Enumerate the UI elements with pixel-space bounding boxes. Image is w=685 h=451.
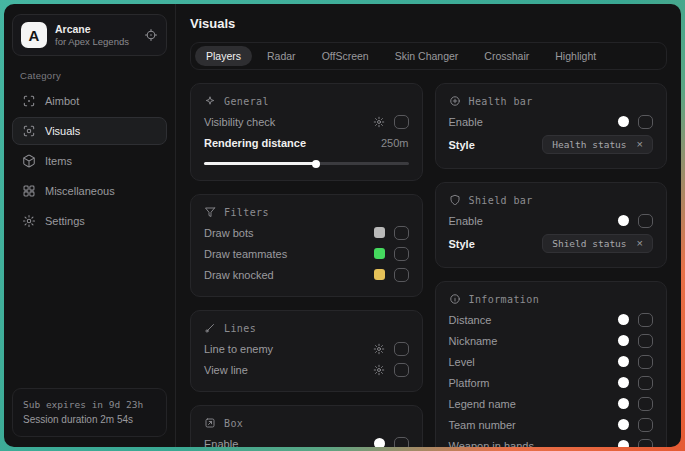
tab-radar[interactable]: Radar [256,46,307,66]
cube-icon [22,154,36,168]
info-platform-checkbox[interactable] [638,376,653,390]
rendering-distance-slider[interactable] [204,162,409,165]
card-box-header: Box [204,417,409,429]
card-shield-header: Shield bar [449,194,654,206]
sidebar: A Arcane for Apex Legends Category Aimbo… [4,4,176,447]
info-level-checkbox[interactable] [638,355,653,369]
slider-handle[interactable] [312,160,320,168]
row-label: Line to enemy [204,343,273,355]
info-legend-name-checkbox[interactable] [638,397,653,411]
cards-grid: General Visibility check Rendering di [190,83,667,447]
card-information: Information Distance Nickname [435,281,668,447]
box-enable-checkbox[interactable] [394,437,409,448]
sidebar-item-visuals[interactable]: Visuals [12,117,167,145]
tab-highlight[interactable]: Highlight [544,46,607,66]
color-swatch[interactable] [374,227,385,238]
draw-teammates-checkbox[interactable] [394,247,409,261]
color-swatch[interactable] [374,438,385,447]
row-label: Draw bots [204,227,254,239]
brand-text: Arcane for Apex Legends [55,23,136,48]
info-legend-name-row: Legend name [449,393,654,414]
draw-knocked-checkbox[interactable] [394,268,409,282]
card-title: Box [224,418,243,429]
color-swatch[interactable] [618,419,629,430]
color-swatch[interactable] [618,377,629,388]
color-swatch[interactable] [374,248,385,259]
card-title: Lines [224,323,256,334]
row-label: Enable [204,438,238,448]
sidebar-item-miscellaneous[interactable]: Miscellaneous [12,177,167,205]
health-plus-icon [449,95,461,107]
row-label: Team number [449,419,516,431]
info-weapon-row: Weapon in hands [449,435,654,447]
close-icon[interactable]: × [637,139,643,150]
page-title: Visuals [190,16,667,31]
color-swatch[interactable] [618,440,629,447]
draw-teammates-row: Draw teammates [204,243,409,264]
line-enemy-settings-gear-icon[interactable] [373,343,385,355]
info-icon [449,293,461,305]
visibility-settings-gear-icon[interactable] [373,116,385,128]
info-weapon-checkbox[interactable] [638,439,653,448]
color-swatch[interactable] [374,269,385,280]
sidebar-item-label: Items [45,155,72,167]
info-nickname-row: Nickname [449,330,654,351]
draw-bots-checkbox[interactable] [394,226,409,240]
card-general: General Visibility check Rendering di [190,83,423,181]
app-title: Arcane [55,23,136,36]
row-label: Nickname [449,335,498,347]
sidebar-item-settings[interactable]: Settings [12,207,167,235]
row-label: Style [449,139,475,151]
tab-crosshair[interactable]: Crosshair [473,46,540,66]
row-label: Style [449,238,475,250]
diagonal-line-icon [204,322,216,334]
line-to-enemy-checkbox[interactable] [394,342,409,356]
card-lines: Lines Line to enemy View line [190,310,423,392]
visibility-check-checkbox[interactable] [394,115,409,129]
target-icon[interactable] [144,28,158,42]
sidebar-nav: Aimbot Visuals Items Miscellaneous [12,87,167,235]
row-label: Visibility check [204,116,275,128]
category-label: Category [20,70,167,81]
info-level-row: Level [449,351,654,372]
view-line-settings-gear-icon[interactable] [373,364,385,376]
sidebar-item-aimbot[interactable]: Aimbot [12,87,167,115]
gear-icon [22,214,36,228]
line-to-enemy-row: Line to enemy [204,338,409,359]
shield-icon [449,194,461,206]
view-line-row: View line [204,359,409,380]
tab-skin-changer[interactable]: Skin Changer [384,46,470,66]
tab-players[interactable]: Players [195,46,252,66]
sidebar-item-label: Aimbot [45,95,79,107]
row-label: Weapon in hands [449,440,534,448]
card-filters-header: Filters [204,206,409,218]
color-swatch[interactable] [618,335,629,346]
info-team-number-checkbox[interactable] [638,418,653,432]
color-swatch[interactable] [618,356,629,367]
app-subtitle: for Apex Legends [55,36,136,48]
grid-icon [22,184,36,198]
main-panel: Visuals Players Radar OffScreen Skin Cha… [176,4,681,447]
color-swatch[interactable] [618,215,629,226]
view-line-checkbox[interactable] [394,363,409,377]
info-nickname-checkbox[interactable] [638,334,653,348]
rendering-distance-row: Rendering distance 250m [204,132,409,153]
shield-enable-checkbox[interactable] [638,214,653,228]
info-platform-row: Platform [449,372,654,393]
color-swatch[interactable] [618,314,629,325]
style-value: Shield status [552,238,626,249]
tab-offscreen[interactable]: OffScreen [311,46,380,66]
sidebar-item-items[interactable]: Items [12,147,167,175]
card-lines-header: Lines [204,322,409,334]
row-label: Platform [449,377,490,389]
health-enable-checkbox[interactable] [638,115,653,129]
info-distance-checkbox[interactable] [638,313,653,327]
shield-style-select[interactable]: Shield status × [542,234,653,253]
tab-bar: Players Radar OffScreen Skin Changer Cro… [190,42,667,70]
color-swatch[interactable] [618,116,629,127]
color-swatch[interactable] [618,398,629,409]
health-style-select[interactable]: Health status × [542,135,653,154]
card-title: Filters [224,207,269,218]
close-icon[interactable]: × [637,238,643,249]
card-health-header: Health bar [449,95,654,107]
